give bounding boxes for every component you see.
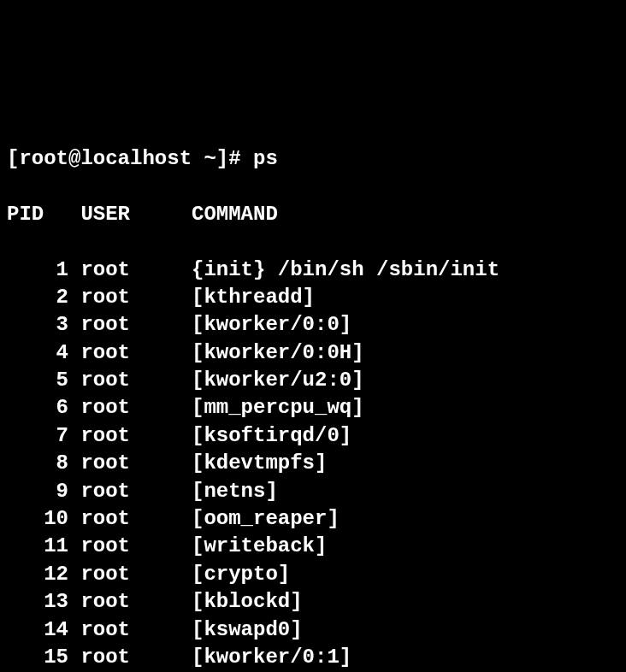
command-value: [kworker/0:0H] [180,339,364,367]
user-value: root [68,422,180,450]
pid-value: 10 [7,505,68,533]
process-row: 13root[kblockd] [7,588,619,616]
pid-value: 1 [7,256,68,284]
command-value: [mm_percpu_wq] [180,394,364,421]
command-value: [kthreadd] [180,284,315,311]
user-value: root [68,339,180,367]
process-row: 2root[kthreadd] [7,284,619,311]
command-value: [netns] [180,478,278,505]
pid-value: 14 [7,616,68,644]
pid-header: PID [7,201,68,228]
pid-value: 15 [7,644,68,671]
process-row: 14root[kswapd0] [7,616,619,644]
pid-value: 8 [7,450,68,477]
pid-value: 13 [7,588,68,616]
process-row: 5root[kworker/u2:0] [7,367,619,394]
user-header: USER [68,201,180,228]
user-value: root [68,561,180,588]
command-value: [crypto] [180,561,291,588]
process-row: 9root[netns] [7,478,619,505]
user-value: root [68,588,180,616]
user-value: root [68,311,180,339]
command-text: ps [253,147,278,170]
pid-value: 4 [7,339,68,367]
command-value: [kswapd0] [180,616,303,644]
user-value: root [68,394,180,421]
process-row: 7root[ksoftirqd/0] [7,422,619,450]
command-value: [oom_reaper] [180,505,340,533]
user-value: root [68,256,180,284]
pid-value: 12 [7,561,68,588]
process-row: 6root[mm_percpu_wq] [7,394,619,421]
command-value: [kdevtmpfs] [180,450,328,477]
process-list: 1root{init} /bin/sh /sbin/init2root[kthr… [7,256,619,672]
process-row: 11root[writeback] [7,533,619,560]
command-value: [ksoftirqd/0] [180,422,352,450]
process-row: 3root[kworker/0:0] [7,311,619,339]
command-value: [writeback] [180,533,328,560]
user-value: root [68,367,180,394]
command-value: [kworker/0:1] [180,644,352,671]
process-row: 15root[kworker/0:1] [7,644,619,671]
pid-value: 11 [7,533,68,560]
command-value: [kblockd] [180,588,303,616]
pid-value: 3 [7,311,68,339]
process-row: 10root[oom_reaper] [7,505,619,533]
command-value: {init} /bin/sh /sbin/init [180,256,499,284]
pid-value: 9 [7,478,68,505]
process-row: 4root[kworker/0:0H] [7,339,619,367]
user-value: root [68,505,180,533]
user-value: root [68,616,180,644]
terminal-output[interactable]: [root@localhost ~]# ps PIDUSERCOMMAND 1r… [7,118,619,672]
prompt-line-1: [root@localhost ~]# ps [7,145,619,173]
process-row: 1root{init} /bin/sh /sbin/init [7,256,619,284]
command-value: [kworker/0:0] [180,311,352,339]
pid-value: 7 [7,422,68,450]
pid-value: 6 [7,394,68,421]
user-value: root [68,644,180,671]
command-header: COMMAND [180,201,278,228]
prompt-prefix: [root@localhost ~]# [7,147,241,170]
user-value: root [68,284,180,311]
pid-value: 2 [7,284,68,311]
user-value: root [68,533,180,560]
process-row: 12root[crypto] [7,561,619,588]
pid-value: 5 [7,367,68,394]
user-value: root [68,478,180,505]
ps-header-row: PIDUSERCOMMAND [7,201,619,228]
process-row: 8root[kdevtmpfs] [7,450,619,477]
user-value: root [68,450,180,477]
command-value: [kworker/u2:0] [180,367,364,394]
